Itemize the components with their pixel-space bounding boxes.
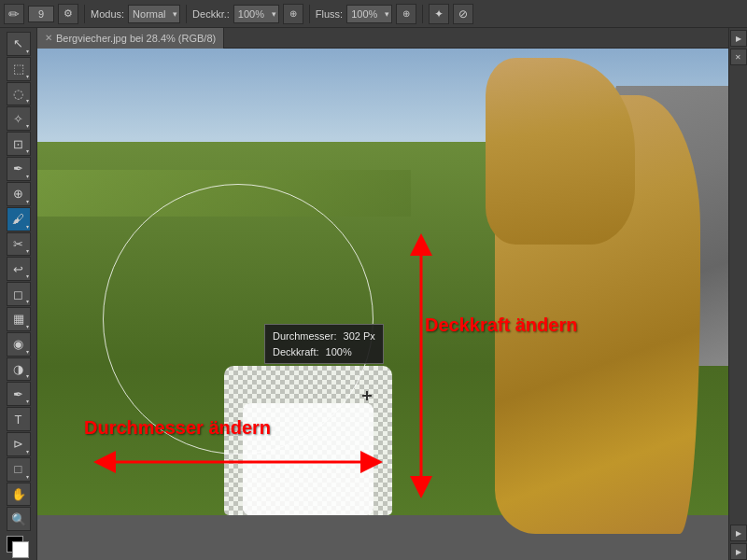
brush-tool-icon[interactable]: ✏ bbox=[4, 4, 24, 24]
brush-size-input[interactable]: 9 bbox=[28, 6, 54, 22]
crop-tool[interactable]: ⊡▾ bbox=[7, 132, 31, 156]
main-area: ↖▾ ⬚▾ ◌▾ ✧▾ ⊡▾ ✒▾ ⊕▾ 🖌▾ ✂▾ ↩▾ ◻▾ ▦▾ ◉▾ ◑… bbox=[0, 28, 747, 560]
llama-head bbox=[486, 58, 635, 245]
extra-icon[interactable]: ⊘ bbox=[453, 4, 473, 24]
deckkraft-dropdown[interactable]: 100% bbox=[233, 5, 279, 23]
fluss-dropdown-wrap: 100% bbox=[346, 5, 392, 23]
pen-tool[interactable]: ✒▾ bbox=[7, 382, 31, 406]
separator-2 bbox=[186, 5, 187, 23]
right-btn-2[interactable]: ✕ bbox=[730, 49, 747, 65]
deckkraft-dropdown-wrap: 100% bbox=[233, 5, 279, 23]
selection-tool[interactable]: ⬚▾ bbox=[7, 57, 31, 81]
healing-tool[interactable]: ⊕▾ bbox=[7, 182, 31, 206]
fluss-dropdown[interactable]: 100% bbox=[346, 5, 392, 23]
lasso-tool[interactable]: ◌▾ bbox=[7, 82, 31, 106]
zoom-tool[interactable]: 🔍 bbox=[7, 507, 31, 531]
file-tab[interactable]: ✕ Bergviecher.jpg bei 28.4% (RGB/8) bbox=[37, 28, 224, 49]
quick-select-tool[interactable]: ✧▾ bbox=[7, 106, 31, 131]
eraser-tool[interactable]: ◻▾ bbox=[7, 282, 31, 306]
gradient-tool[interactable]: ▦▾ bbox=[7, 307, 31, 331]
shape-tool[interactable]: □▾ bbox=[7, 457, 31, 482]
deckkraft-pressure-icon[interactable]: ⊕ bbox=[283, 4, 303, 24]
fluss-pressure-icon[interactable]: ⊕ bbox=[396, 4, 416, 24]
color-swatch[interactable] bbox=[7, 536, 31, 560]
right-panel: ▶ ✕ ▶ ▶ bbox=[728, 28, 747, 560]
path-select-tool[interactable]: ⊳▾ bbox=[7, 432, 31, 456]
text-tool[interactable]: T bbox=[7, 407, 31, 431]
fluss-label: Fluss: bbox=[316, 8, 343, 20]
dodge-tool[interactable]: ◑▾ bbox=[7, 357, 31, 382]
separator-1 bbox=[84, 5, 85, 23]
modus-label: Modus: bbox=[91, 8, 124, 20]
brush-tool[interactable]: 🖌▾ bbox=[7, 207, 31, 231]
panel-toggle-2[interactable]: ▶ bbox=[730, 543, 747, 560]
modus-dropdown-wrap: Normal bbox=[128, 5, 180, 23]
clone-tool[interactable]: ✂▾ bbox=[7, 232, 31, 257]
top-toolbar: ✏ 9 ⚙ Modus: Normal Deckkr.: 100% ⊕ Flus… bbox=[0, 0, 747, 28]
canvas-area[interactable]: ✕ Bergviecher.jpg bei 28.4% (RGB/8) bbox=[37, 28, 728, 560]
blur-tool[interactable]: ◉▾ bbox=[7, 332, 31, 357]
image-canvas[interactable]: Durchmesser: 302 Px Deckkraft: 100% Durc… bbox=[37, 49, 728, 560]
hand-tool[interactable]: ✋ bbox=[7, 483, 31, 507]
tab-close-icon[interactable]: ✕ bbox=[45, 33, 52, 43]
move-tool[interactable]: ↖▾ bbox=[7, 32, 31, 56]
tab-title: Bergviecher.jpg bei 28.4% (RGB/8) bbox=[56, 33, 216, 44]
deckkraft-label: Deckkr.: bbox=[192, 8, 230, 20]
airbrush-icon[interactable]: ✦ bbox=[429, 4, 449, 24]
brush-settings-icon[interactable]: ⚙ bbox=[58, 4, 78, 24]
separator-3 bbox=[309, 5, 310, 23]
tab-bar: ✕ Bergviecher.jpg bei 28.4% (RGB/8) bbox=[37, 28, 728, 49]
right-btn-1[interactable]: ▶ bbox=[730, 30, 747, 47]
panel-toggle-1[interactable]: ▶ bbox=[730, 525, 747, 541]
eyedropper-tool[interactable]: ✒▾ bbox=[7, 157, 31, 181]
erased-white bbox=[243, 403, 374, 515]
history-brush-tool[interactable]: ↩▾ bbox=[7, 257, 31, 281]
modus-dropdown[interactable]: Normal bbox=[128, 5, 180, 23]
left-panel: ↖▾ ⬚▾ ◌▾ ✧▾ ⊡▾ ✒▾ ⊕▾ 🖌▾ ✂▾ ↩▾ ◻▾ ▦▾ ◉▾ ◑… bbox=[0, 28, 37, 560]
separator-4 bbox=[422, 5, 423, 23]
brush-size-group: 9 bbox=[28, 6, 54, 22]
grass-1 bbox=[37, 170, 411, 217]
